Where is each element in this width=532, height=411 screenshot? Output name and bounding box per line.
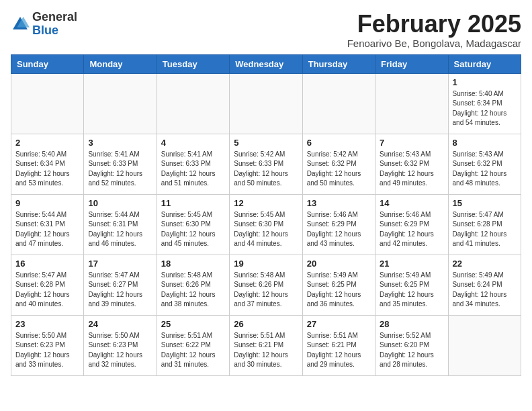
- day-number: 9: [15, 198, 79, 208]
- calendar-cell: 6Sunrise: 5:42 AM Sunset: 6:32 PM Daylig…: [302, 134, 375, 194]
- calendar-cell: 28Sunrise: 5:52 AM Sunset: 6:20 PM Dayli…: [375, 315, 448, 375]
- calendar-cell: 24Sunrise: 5:50 AM Sunset: 6:23 PM Dayli…: [84, 315, 157, 375]
- day-number: 12: [234, 198, 298, 208]
- day-number: 17: [88, 259, 152, 269]
- calendar-cell: [230, 73, 302, 134]
- calendar-cell: [302, 73, 375, 134]
- day-number: 28: [380, 319, 443, 329]
- day-number: 24: [88, 319, 152, 329]
- day-number: 14: [380, 198, 443, 208]
- month-year-title: February 2025: [347, 11, 521, 38]
- logo-blue-text: Blue: [32, 24, 77, 38]
- weekday-header-thursday: Thursday: [302, 54, 375, 73]
- calendar-cell: 12Sunrise: 5:45 AM Sunset: 6:30 PM Dayli…: [230, 194, 302, 255]
- day-info: Sunrise: 5:40 AM Sunset: 6:34 PM Dayligh…: [15, 150, 79, 189]
- day-number: 20: [307, 259, 371, 269]
- calendar-cell: 5Sunrise: 5:42 AM Sunset: 6:33 PM Daylig…: [230, 134, 302, 194]
- calendar-cell: 27Sunrise: 5:51 AM Sunset: 6:21 PM Dayli…: [302, 315, 375, 375]
- day-info: Sunrise: 5:41 AM Sunset: 6:33 PM Dayligh…: [88, 150, 152, 189]
- title-block: February 2025 Fenoarivo Be, Bongolava, M…: [347, 11, 521, 49]
- day-number: 15: [453, 198, 517, 208]
- calendar-cell: 2Sunrise: 5:40 AM Sunset: 6:34 PM Daylig…: [11, 134, 84, 194]
- calendar-cell: 26Sunrise: 5:51 AM Sunset: 6:21 PM Dayli…: [230, 315, 302, 375]
- day-number: 4: [161, 138, 225, 148]
- day-info: Sunrise: 5:52 AM Sunset: 6:20 PM Dayligh…: [380, 331, 443, 370]
- day-info: Sunrise: 5:49 AM Sunset: 6:24 PM Dayligh…: [453, 271, 517, 310]
- weekday-header-friday: Friday: [375, 54, 448, 73]
- day-info: Sunrise: 5:40 AM Sunset: 6:34 PM Dayligh…: [453, 89, 517, 128]
- day-info: Sunrise: 5:47 AM Sunset: 6:27 PM Dayligh…: [88, 271, 152, 310]
- day-info: Sunrise: 5:50 AM Sunset: 6:23 PM Dayligh…: [15, 331, 79, 370]
- day-info: Sunrise: 5:47 AM Sunset: 6:28 PM Dayligh…: [453, 210, 517, 249]
- day-number: 3: [88, 138, 152, 148]
- day-info: Sunrise: 5:49 AM Sunset: 6:25 PM Dayligh…: [380, 271, 443, 310]
- weekday-header-wednesday: Wednesday: [230, 54, 302, 73]
- day-info: Sunrise: 5:46 AM Sunset: 6:29 PM Dayligh…: [307, 210, 371, 249]
- day-number: 13: [307, 198, 371, 208]
- calendar-cell: 23Sunrise: 5:50 AM Sunset: 6:23 PM Dayli…: [11, 315, 84, 375]
- week-row-4: 16Sunrise: 5:47 AM Sunset: 6:28 PM Dayli…: [11, 255, 521, 315]
- calendar-cell: 4Sunrise: 5:41 AM Sunset: 6:33 PM Daylig…: [157, 134, 229, 194]
- weekday-header-tuesday: Tuesday: [157, 54, 229, 73]
- calendar-cell: 18Sunrise: 5:48 AM Sunset: 6:26 PM Dayli…: [157, 255, 229, 315]
- calendar-cell: 16Sunrise: 5:47 AM Sunset: 6:28 PM Dayli…: [11, 255, 84, 315]
- calendar-cell: [157, 73, 229, 134]
- week-row-2: 2Sunrise: 5:40 AM Sunset: 6:34 PM Daylig…: [11, 134, 521, 194]
- day-info: Sunrise: 5:49 AM Sunset: 6:25 PM Dayligh…: [307, 271, 371, 310]
- calendar-cell: 8Sunrise: 5:43 AM Sunset: 6:32 PM Daylig…: [448, 134, 521, 194]
- logo: General Blue: [11, 11, 77, 38]
- day-number: 25: [161, 319, 225, 329]
- day-info: Sunrise: 5:44 AM Sunset: 6:31 PM Dayligh…: [88, 210, 152, 249]
- calendar-cell: 15Sunrise: 5:47 AM Sunset: 6:28 PM Dayli…: [448, 194, 521, 255]
- calendar-cell: 13Sunrise: 5:46 AM Sunset: 6:29 PM Dayli…: [302, 194, 375, 255]
- day-number: 23: [15, 319, 79, 329]
- calendar-cell: 1Sunrise: 5:40 AM Sunset: 6:34 PM Daylig…: [448, 73, 521, 134]
- day-number: 26: [234, 319, 298, 329]
- calendar-cell: [375, 73, 448, 134]
- calendar-cell: 14Sunrise: 5:46 AM Sunset: 6:29 PM Dayli…: [375, 194, 448, 255]
- week-row-1: 1Sunrise: 5:40 AM Sunset: 6:34 PM Daylig…: [11, 73, 521, 134]
- calendar-cell: 9Sunrise: 5:44 AM Sunset: 6:31 PM Daylig…: [11, 194, 84, 255]
- weekday-header-sunday: Sunday: [11, 54, 84, 73]
- day-info: Sunrise: 5:42 AM Sunset: 6:32 PM Dayligh…: [307, 150, 371, 189]
- day-info: Sunrise: 5:51 AM Sunset: 6:21 PM Dayligh…: [234, 331, 298, 370]
- weekday-header-monday: Monday: [84, 54, 157, 73]
- day-info: Sunrise: 5:51 AM Sunset: 6:22 PM Dayligh…: [161, 331, 225, 370]
- day-info: Sunrise: 5:48 AM Sunset: 6:26 PM Dayligh…: [161, 271, 225, 310]
- day-number: 6: [307, 138, 371, 148]
- day-number: 8: [453, 138, 517, 148]
- day-info: Sunrise: 5:47 AM Sunset: 6:28 PM Dayligh…: [15, 271, 79, 310]
- calendar-cell: [84, 73, 157, 134]
- calendar-cell: [448, 315, 521, 375]
- day-info: Sunrise: 5:45 AM Sunset: 6:30 PM Dayligh…: [234, 210, 298, 249]
- calendar-cell: 20Sunrise: 5:49 AM Sunset: 6:25 PM Dayli…: [302, 255, 375, 315]
- calendar-cell: 22Sunrise: 5:49 AM Sunset: 6:24 PM Dayli…: [448, 255, 521, 315]
- day-info: Sunrise: 5:50 AM Sunset: 6:23 PM Dayligh…: [88, 331, 152, 370]
- day-number: 11: [161, 198, 225, 208]
- day-number: 18: [161, 259, 225, 269]
- calendar-cell: 19Sunrise: 5:48 AM Sunset: 6:26 PM Dayli…: [230, 255, 302, 315]
- day-number: 21: [380, 259, 443, 269]
- day-info: Sunrise: 5:43 AM Sunset: 6:32 PM Dayligh…: [453, 150, 517, 189]
- day-number: 5: [234, 138, 298, 148]
- page-header: General Blue February 2025 Fenoarivo Be,…: [11, 11, 521, 49]
- day-info: Sunrise: 5:42 AM Sunset: 6:33 PM Dayligh…: [234, 150, 298, 189]
- logo-icon: [11, 15, 30, 34]
- day-info: Sunrise: 5:43 AM Sunset: 6:32 PM Dayligh…: [380, 150, 443, 189]
- calendar-cell: 11Sunrise: 5:45 AM Sunset: 6:30 PM Dayli…: [157, 194, 229, 255]
- week-row-5: 23Sunrise: 5:50 AM Sunset: 6:23 PM Dayli…: [11, 315, 521, 375]
- day-number: 27: [307, 319, 371, 329]
- calendar-cell: 3Sunrise: 5:41 AM Sunset: 6:33 PM Daylig…: [84, 134, 157, 194]
- calendar-table: SundayMondayTuesdayWednesdayThursdayFrid…: [11, 54, 521, 376]
- day-number: 1: [453, 77, 517, 87]
- day-number: 2: [15, 138, 79, 148]
- calendar-cell: [11, 73, 84, 134]
- day-info: Sunrise: 5:51 AM Sunset: 6:21 PM Dayligh…: [307, 331, 371, 370]
- day-info: Sunrise: 5:45 AM Sunset: 6:30 PM Dayligh…: [161, 210, 225, 249]
- location-subtitle: Fenoarivo Be, Bongolava, Madagascar: [347, 38, 521, 49]
- calendar-cell: 25Sunrise: 5:51 AM Sunset: 6:22 PM Dayli…: [157, 315, 229, 375]
- weekday-header-row: SundayMondayTuesdayWednesdayThursdayFrid…: [11, 54, 521, 73]
- day-number: 10: [88, 198, 152, 208]
- day-number: 19: [234, 259, 298, 269]
- day-number: 7: [380, 138, 443, 148]
